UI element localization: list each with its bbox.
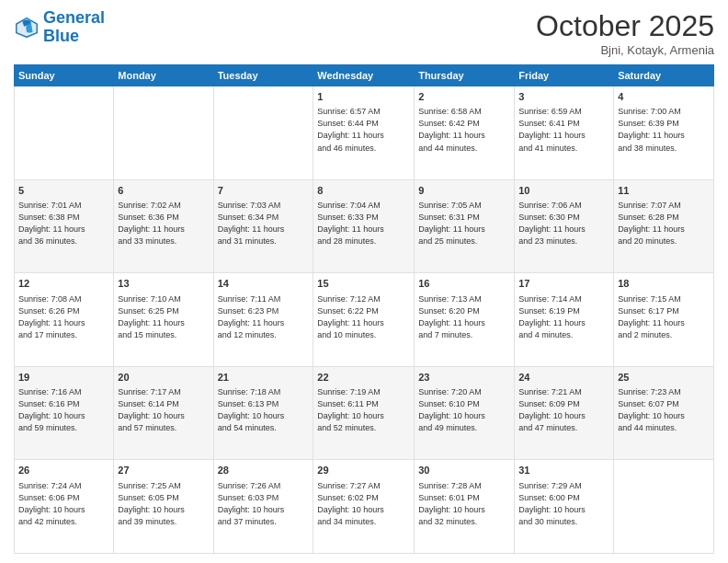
calendar-cell: 17Sunrise: 7:14 AM Sunset: 6:19 PM Dayli…	[515, 273, 614, 367]
day-info: Sunrise: 7:17 AM Sunset: 6:14 PM Dayligh…	[118, 386, 209, 434]
day-number: 3	[518, 90, 609, 104]
logo-text: General Blue	[43, 9, 105, 46]
day-number: 27	[118, 464, 209, 477]
day-number: 29	[317, 464, 410, 477]
calendar-cell: 1Sunrise: 6:57 AM Sunset: 6:44 PM Daylig…	[313, 86, 415, 180]
day-info: Sunrise: 6:57 AM Sunset: 6:44 PM Dayligh…	[317, 106, 410, 154]
day-number: 24	[518, 371, 609, 385]
calendar-cell: 29Sunrise: 7:27 AM Sunset: 6:02 PM Dayli…	[313, 460, 415, 554]
day-number: 23	[418, 371, 510, 385]
calendar-cell: 23Sunrise: 7:20 AM Sunset: 6:10 PM Dayli…	[415, 366, 515, 460]
header-friday: Friday	[515, 65, 614, 86]
calendar-cell: 3Sunrise: 6:59 AM Sunset: 6:41 PM Daylig…	[515, 86, 614, 180]
day-info: Sunrise: 7:15 AM Sunset: 6:17 PM Dayligh…	[618, 293, 710, 341]
calendar-cell: 26Sunrise: 7:24 AM Sunset: 6:06 PM Dayli…	[15, 460, 114, 554]
calendar-cell: 24Sunrise: 7:21 AM Sunset: 6:09 PM Dayli…	[515, 366, 614, 460]
day-info: Sunrise: 7:02 AM Sunset: 6:36 PM Dayligh…	[118, 200, 209, 247]
day-info: Sunrise: 6:58 AM Sunset: 6:42 PM Dayligh…	[418, 106, 510, 154]
day-info: Sunrise: 7:21 AM Sunset: 6:09 PM Dayligh…	[518, 386, 609, 434]
calendar-cell: 15Sunrise: 7:12 AM Sunset: 6:22 PM Dayli…	[313, 273, 415, 367]
day-number: 26	[18, 464, 109, 477]
day-number: 2	[418, 90, 510, 104]
header-saturday: Saturday	[614, 65, 714, 86]
day-number: 7	[218, 184, 310, 198]
day-info: Sunrise: 7:03 AM Sunset: 6:34 PM Dayligh…	[218, 200, 310, 247]
calendar-cell: 16Sunrise: 7:13 AM Sunset: 6:20 PM Dayli…	[415, 273, 515, 367]
day-number: 31	[518, 464, 609, 477]
calendar-cell: 2Sunrise: 6:58 AM Sunset: 6:42 PM Daylig…	[415, 86, 515, 180]
day-info: Sunrise: 7:12 AM Sunset: 6:22 PM Dayligh…	[317, 293, 410, 341]
day-number: 9	[418, 184, 510, 198]
location-subtitle: Bjni, Kotayk, Armenia	[536, 43, 714, 57]
day-number: 14	[218, 277, 310, 291]
day-number: 22	[317, 371, 410, 385]
day-info: Sunrise: 7:28 AM Sunset: 6:01 PM Dayligh…	[418, 480, 510, 528]
week-row-1: 1Sunrise: 6:57 AM Sunset: 6:44 PM Daylig…	[15, 86, 714, 180]
day-number: 21	[218, 371, 310, 385]
calendar-cell: 25Sunrise: 7:23 AM Sunset: 6:07 PM Dayli…	[614, 366, 714, 460]
day-info: Sunrise: 7:11 AM Sunset: 6:23 PM Dayligh…	[218, 293, 310, 341]
page-header: General Blue October 2025 Bjni, Kotayk, …	[14, 9, 714, 57]
header-tuesday: Tuesday	[213, 65, 313, 86]
calendar-cell: 6Sunrise: 7:02 AM Sunset: 6:36 PM Daylig…	[114, 179, 213, 273]
day-info: Sunrise: 7:27 AM Sunset: 6:02 PM Dayligh…	[317, 480, 410, 528]
day-info: Sunrise: 7:25 AM Sunset: 6:05 PM Dayligh…	[118, 480, 209, 528]
day-info: Sunrise: 7:16 AM Sunset: 6:16 PM Dayligh…	[18, 386, 109, 434]
day-number: 28	[218, 464, 310, 477]
title-block: October 2025 Bjni, Kotayk, Armenia	[536, 9, 714, 57]
calendar-cell	[213, 86, 313, 180]
day-number: 6	[118, 184, 209, 198]
calendar-cell: 8Sunrise: 7:04 AM Sunset: 6:33 PM Daylig…	[313, 179, 415, 273]
day-info: Sunrise: 7:08 AM Sunset: 6:26 PM Dayligh…	[18, 293, 109, 341]
calendar-cell: 4Sunrise: 7:00 AM Sunset: 6:39 PM Daylig…	[614, 86, 714, 180]
day-number: 13	[118, 277, 209, 291]
calendar-cell: 9Sunrise: 7:05 AM Sunset: 6:31 PM Daylig…	[415, 179, 515, 273]
day-number: 5	[18, 184, 109, 198]
calendar-cell: 31Sunrise: 7:29 AM Sunset: 6:00 PM Dayli…	[515, 460, 614, 554]
day-info: Sunrise: 6:59 AM Sunset: 6:41 PM Dayligh…	[518, 106, 609, 154]
day-info: Sunrise: 7:14 AM Sunset: 6:19 PM Dayligh…	[518, 293, 609, 341]
calendar-cell: 21Sunrise: 7:18 AM Sunset: 6:13 PM Dayli…	[213, 366, 313, 460]
day-info: Sunrise: 7:06 AM Sunset: 6:30 PM Dayligh…	[518, 200, 609, 247]
calendar-cell: 18Sunrise: 7:15 AM Sunset: 6:17 PM Dayli…	[614, 273, 714, 367]
calendar-cell: 30Sunrise: 7:28 AM Sunset: 6:01 PM Dayli…	[415, 460, 515, 554]
day-number: 12	[18, 277, 109, 291]
week-row-5: 26Sunrise: 7:24 AM Sunset: 6:06 PM Dayli…	[15, 460, 714, 554]
day-info: Sunrise: 7:04 AM Sunset: 6:33 PM Dayligh…	[317, 200, 410, 247]
day-number: 16	[418, 277, 510, 291]
header-monday: Monday	[114, 65, 213, 86]
day-number: 8	[317, 184, 410, 198]
day-info: Sunrise: 7:00 AM Sunset: 6:39 PM Dayligh…	[618, 106, 710, 154]
logo-icon	[14, 15, 40, 40]
calendar-cell	[114, 86, 213, 180]
day-info: Sunrise: 7:24 AM Sunset: 6:06 PM Dayligh…	[18, 480, 109, 528]
day-number: 17	[518, 277, 609, 291]
header-thursday: Thursday	[415, 65, 515, 86]
day-info: Sunrise: 7:13 AM Sunset: 6:20 PM Dayligh…	[418, 293, 510, 341]
day-info: Sunrise: 7:26 AM Sunset: 6:03 PM Dayligh…	[218, 480, 310, 528]
day-number: 4	[618, 90, 710, 104]
week-row-4: 19Sunrise: 7:16 AM Sunset: 6:16 PM Dayli…	[15, 366, 714, 460]
calendar-cell: 20Sunrise: 7:17 AM Sunset: 6:14 PM Dayli…	[114, 366, 213, 460]
header-sunday: Sunday	[15, 65, 114, 86]
day-info: Sunrise: 7:19 AM Sunset: 6:11 PM Dayligh…	[317, 386, 410, 434]
calendar-cell: 28Sunrise: 7:26 AM Sunset: 6:03 PM Dayli…	[213, 460, 313, 554]
calendar-cell: 5Sunrise: 7:01 AM Sunset: 6:38 PM Daylig…	[15, 179, 114, 273]
day-info: Sunrise: 7:18 AM Sunset: 6:13 PM Dayligh…	[218, 386, 310, 434]
calendar-cell: 10Sunrise: 7:06 AM Sunset: 6:30 PM Dayli…	[515, 179, 614, 273]
day-number: 20	[118, 371, 209, 385]
week-row-3: 12Sunrise: 7:08 AM Sunset: 6:26 PM Dayli…	[15, 273, 714, 367]
day-number: 25	[618, 371, 710, 385]
calendar-cell	[614, 460, 714, 554]
header-wednesday: Wednesday	[313, 65, 415, 86]
calendar-cell: 13Sunrise: 7:10 AM Sunset: 6:25 PM Dayli…	[114, 273, 213, 367]
week-row-2: 5Sunrise: 7:01 AM Sunset: 6:38 PM Daylig…	[15, 179, 714, 273]
calendar-cell: 7Sunrise: 7:03 AM Sunset: 6:34 PM Daylig…	[213, 179, 313, 273]
day-number: 1	[317, 90, 410, 104]
day-number: 18	[618, 277, 710, 291]
calendar-cell: 19Sunrise: 7:16 AM Sunset: 6:16 PM Dayli…	[15, 366, 114, 460]
day-info: Sunrise: 7:29 AM Sunset: 6:00 PM Dayligh…	[518, 480, 609, 528]
day-number: 19	[18, 371, 109, 385]
calendar-cell: 11Sunrise: 7:07 AM Sunset: 6:28 PM Dayli…	[614, 179, 714, 273]
day-number: 30	[418, 464, 510, 477]
